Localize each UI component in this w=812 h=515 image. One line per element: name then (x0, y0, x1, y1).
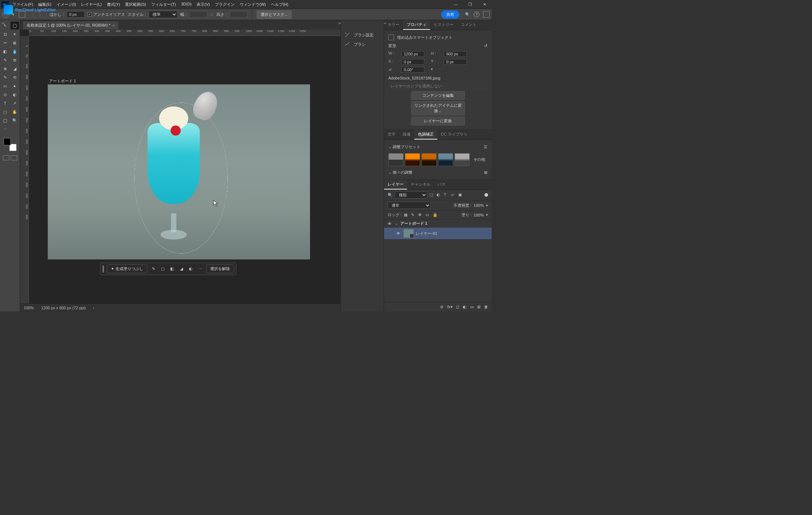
new-layer-icon[interactable]: ⊞ (477, 305, 481, 309)
tool-button[interactable]: ✎ (1, 56, 9, 64)
layercomp-select[interactable]: レイヤーカンプを適用しない (388, 82, 487, 90)
collapse-right-icon[interactable]: ≪ (384, 22, 387, 25)
tool-button[interactable]: ↗ (10, 99, 19, 107)
grid-icon[interactable]: ⊞ (484, 170, 487, 175)
close-button[interactable]: ✕ (477, 0, 492, 9)
tool-button[interactable]: ◯ (1, 117, 9, 124)
preset-more-button[interactable]: その他 (471, 153, 487, 166)
tool-button[interactable]: ● (10, 82, 19, 90)
filter-image-icon[interactable]: ▢ (429, 192, 434, 197)
menu-item[interactable]: イメージ(I) (54, 1, 78, 8)
adjust-presets-label[interactable]: 調整プリセット (393, 145, 420, 149)
more-icon[interactable]: ⋯ (197, 266, 203, 272)
style-select[interactable]: 標準 (149, 11, 177, 18)
chevron-down-icon[interactable]: ▾ (486, 213, 488, 217)
adjustment-icon[interactable]: ◐ (188, 266, 194, 272)
menu-item[interactable]: ヘルプ(H) (269, 1, 290, 8)
layer-group-row[interactable]: 👁 ⌄ アートボード 1 (384, 219, 492, 228)
tool-button[interactable]: ⟲ (10, 73, 19, 81)
lock-all-icon[interactable]: 🔒 (433, 213, 438, 218)
chevron-down-icon[interactable]: ▾ (486, 203, 488, 208)
h-value[interactable]: 800 px (444, 51, 467, 57)
individual-adjust-label[interactable]: 個々の調整 (393, 170, 412, 174)
tool-button[interactable]: ▢ (1, 108, 9, 116)
menu-item[interactable]: 3D(D) (179, 1, 194, 8)
mask-icon[interactable]: ◻ (456, 305, 459, 309)
help-icon[interactable]: ? (474, 12, 479, 17)
menu-item[interactable]: フィルター(T) (149, 1, 178, 8)
filter-shape-icon[interactable]: ▱ (451, 192, 456, 197)
maximize-button[interactable]: ❐ (463, 0, 477, 9)
tool-button[interactable]: ⊠ (10, 39, 19, 47)
drag-handle-icon[interactable] (103, 265, 104, 273)
color-swatches[interactable] (4, 138, 17, 151)
x-input[interactable] (401, 59, 424, 65)
contextual-taskbar[interactable]: ✦生成塗りつぶし ✎ ▢ ◧ ◢ ◐ ⋯ 選択を解除 (100, 263, 236, 275)
panel-tab[interactable]: プロパティ (403, 20, 430, 30)
lock-pixels-icon[interactable]: ▦ (404, 213, 409, 218)
screenmode-icon[interactable] (11, 155, 17, 160)
group-icon[interactable]: ▭ (470, 305, 474, 309)
panel-tab[interactable]: ヒストリー (430, 20, 457, 30)
convert-layer-button[interactable]: レイヤーに変換 (411, 117, 465, 126)
delete-icon[interactable]: 🗑 (484, 305, 488, 309)
layer-row[interactable]: 👁 レイヤー-01 (384, 228, 492, 239)
reset-icon[interactable]: ↺ (484, 44, 487, 48)
antialias-checkbox[interactable]: ✓アンチエイリアス (87, 12, 125, 17)
panel-tab[interactable]: パス (434, 180, 449, 190)
visibility-icon[interactable]: 👁 (396, 231, 401, 236)
feather-input[interactable] (67, 11, 85, 18)
menu-item[interactable]: 表示(V) (194, 1, 212, 8)
brush-icon[interactable]: ✎ (150, 266, 157, 272)
panel-tab[interactable]: カラー (384, 20, 403, 30)
tool-button[interactable]: ✶ (10, 30, 19, 38)
tool-button[interactable]: ◢ (10, 65, 19, 73)
canvas[interactable]: 0501001502002503003504004505005506006507… (20, 29, 340, 311)
select-and-mask-button[interactable]: 選択とマスク... (257, 10, 292, 19)
quickmask-icon[interactable] (3, 155, 9, 160)
lock-paint-icon[interactable]: ✎ (411, 213, 416, 218)
tool-button[interactable]: ⧉ (10, 56, 19, 64)
search-icon[interactable]: 🔍 (465, 12, 470, 17)
chevron-down-icon[interactable]: ▾ (431, 67, 433, 73)
fx-icon[interactable]: fx▾ (447, 305, 452, 309)
close-tab-icon[interactable]: × (112, 23, 114, 28)
subtract-selection-icon[interactable]: ▢ (159, 266, 166, 272)
adjustment-layer-icon[interactable]: ◐ (463, 305, 466, 309)
preset-thumb[interactable] (455, 153, 470, 166)
tool-button[interactable]: ▭ (1, 82, 9, 90)
brushes-panel[interactable]: ブラシ (341, 40, 384, 49)
chevron-right-icon[interactable]: › (93, 306, 94, 310)
menu-item[interactable]: 選択範囲(S) (123, 1, 148, 8)
panel-tab[interactable]: チャンネル (407, 180, 434, 190)
visibility-icon[interactable]: 👁 (388, 222, 393, 226)
blend-mode-select[interactable]: 通常 (388, 202, 431, 209)
preset-thumb[interactable] (388, 153, 403, 166)
menu-item[interactable]: プラグイン (213, 1, 237, 8)
minimize-button[interactable]: — (448, 0, 463, 9)
tool-button[interactable]: 💧 (10, 47, 19, 55)
panel-tab[interactable]: CC ライブラリ (437, 130, 471, 140)
tool-button[interactable]: 🔍 (10, 117, 19, 124)
tool-button[interactable]: ✎ (1, 73, 9, 81)
tool-button[interactable]: ⊕ (1, 65, 9, 73)
invert-selection-icon[interactable]: ◧ (169, 266, 175, 272)
workspace-icon[interactable] (483, 11, 490, 18)
panel-tab[interactable]: 文字 (384, 130, 399, 140)
preset-thumb[interactable] (421, 153, 437, 166)
w-value[interactable]: 1200 px (401, 51, 424, 57)
panel-tab[interactable]: 段落 (399, 130, 414, 140)
fill-icon[interactable]: ◢ (178, 266, 185, 272)
filter-type-icon[interactable]: T (444, 192, 449, 197)
tool-button[interactable]: ⊙ (1, 91, 9, 99)
y-input[interactable] (444, 59, 467, 65)
menu-item[interactable]: レイヤー(L) (79, 1, 104, 8)
filter-smart-icon[interactable]: ▣ (458, 192, 463, 197)
layer-filter-select[interactable]: 種類 (395, 191, 427, 199)
filter-adjust-icon[interactable]: ◐ (437, 192, 442, 197)
brush-settings-panel[interactable]: ブラシ設定 (341, 30, 384, 40)
generative-fill-button[interactable]: ✦生成塗りつぶし (107, 264, 147, 273)
tool-button[interactable]: ⊡ (1, 30, 9, 38)
doc-info[interactable]: 1200 px x 800 px (72 ppi) (41, 306, 86, 310)
deselect-button[interactable]: 選択を解除 (206, 264, 234, 273)
